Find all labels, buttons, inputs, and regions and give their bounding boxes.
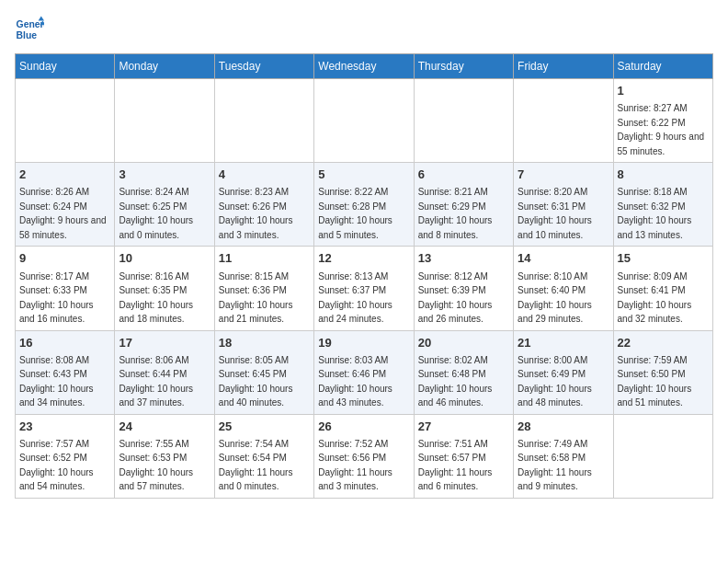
calendar-cell: 5Sunrise: 8:22 AM Sunset: 6:28 PM Daylig… (314, 163, 414, 247)
day-number: 22 (618, 335, 709, 351)
calendar-cell: 18Sunrise: 8:05 AM Sunset: 6:45 PM Dayli… (214, 330, 313, 414)
calendar-cell: 11Sunrise: 8:15 AM Sunset: 6:36 PM Dayli… (214, 247, 313, 330)
calendar-cell: 24Sunrise: 7:55 AM Sunset: 6:53 PM Dayli… (115, 414, 214, 498)
calendar-cell: 15Sunrise: 8:09 AM Sunset: 6:41 PM Dayli… (613, 247, 712, 330)
calendar-cell: 14Sunrise: 8:10 AM Sunset: 6:40 PM Dayli… (514, 247, 613, 330)
calendar-cell (414, 79, 513, 163)
day-info: Sunrise: 8:18 AM Sunset: 6:32 PM Dayligh… (618, 187, 692, 240)
calendar-cell: 26Sunrise: 7:52 AM Sunset: 6:56 PM Dayli… (314, 414, 414, 498)
day-number: 1 (618, 83, 709, 99)
day-info: Sunrise: 8:10 AM Sunset: 6:40 PM Dayligh… (518, 271, 592, 325)
day-info: Sunrise: 8:17 AM Sunset: 6:33 PM Dayligh… (19, 271, 94, 325)
logo-icon: General Blue (15, 15, 44, 44)
day-info: Sunrise: 8:26 AM Sunset: 6:24 PM Dayligh… (19, 187, 107, 240)
calendar-cell (514, 79, 613, 163)
day-info: Sunrise: 7:57 AM Sunset: 6:52 PM Dayligh… (19, 439, 94, 492)
day-number: 21 (518, 335, 609, 351)
day-info: Sunrise: 8:03 AM Sunset: 6:46 PM Dayligh… (318, 355, 392, 408)
day-number: 25 (219, 419, 310, 435)
col-header-sunday: Sunday (16, 54, 115, 79)
day-number: 6 (418, 167, 509, 183)
calendar-cell: 2Sunrise: 8:26 AM Sunset: 6:24 PM Daylig… (16, 163, 115, 247)
calendar-cell: 19Sunrise: 8:03 AM Sunset: 6:46 PM Dayli… (314, 330, 414, 414)
day-number: 24 (119, 419, 210, 435)
calendar-cell (115, 79, 214, 163)
calendar-cell: 22Sunrise: 7:59 AM Sunset: 6:50 PM Dayli… (613, 330, 712, 414)
day-number: 20 (418, 335, 509, 351)
svg-text:Blue: Blue (17, 30, 38, 40)
calendar-cell: 9Sunrise: 8:17 AM Sunset: 6:33 PM Daylig… (16, 247, 115, 330)
calendar-cell: 12Sunrise: 8:13 AM Sunset: 6:37 PM Dayli… (314, 247, 414, 330)
day-number: 26 (318, 419, 409, 435)
logo: General Blue (15, 15, 48, 44)
day-info: Sunrise: 8:13 AM Sunset: 6:37 PM Dayligh… (318, 271, 392, 325)
calendar-cell: 21Sunrise: 8:00 AM Sunset: 6:49 PM Dayli… (514, 330, 613, 414)
day-number: 8 (618, 167, 709, 183)
calendar-cell: 17Sunrise: 8:06 AM Sunset: 6:44 PM Dayli… (115, 330, 214, 414)
calendar-cell: 16Sunrise: 8:08 AM Sunset: 6:43 PM Dayli… (16, 330, 115, 414)
calendar-cell: 23Sunrise: 7:57 AM Sunset: 6:52 PM Dayli… (16, 414, 115, 498)
day-info: Sunrise: 8:27 AM Sunset: 6:22 PM Dayligh… (618, 103, 705, 156)
day-info: Sunrise: 7:59 AM Sunset: 6:50 PM Dayligh… (618, 355, 692, 408)
svg-marker-2 (39, 17, 44, 21)
day-number: 7 (518, 167, 609, 183)
calendar-cell (314, 79, 414, 163)
calendar-cell: 7Sunrise: 8:20 AM Sunset: 6:31 PM Daylig… (514, 163, 613, 247)
day-info: Sunrise: 8:05 AM Sunset: 6:45 PM Dayligh… (219, 355, 293, 408)
day-info: Sunrise: 8:02 AM Sunset: 6:48 PM Dayligh… (418, 355, 493, 408)
calendar-cell: 28Sunrise: 7:49 AM Sunset: 6:58 PM Dayli… (514, 414, 613, 498)
calendar-cell: 10Sunrise: 8:16 AM Sunset: 6:35 PM Dayli… (115, 247, 214, 330)
day-info: Sunrise: 8:06 AM Sunset: 6:44 PM Dayligh… (119, 355, 193, 408)
calendar-cell: 20Sunrise: 8:02 AM Sunset: 6:48 PM Dayli… (414, 330, 513, 414)
day-number: 4 (219, 167, 310, 183)
calendar-table: SundayMondayTuesdayWednesdayThursdayFrid… (15, 53, 713, 499)
day-number: 2 (19, 167, 110, 183)
day-info: Sunrise: 7:49 AM Sunset: 6:58 PM Dayligh… (518, 439, 592, 492)
day-info: Sunrise: 8:16 AM Sunset: 6:35 PM Dayligh… (119, 271, 193, 325)
day-number: 9 (19, 250, 110, 267)
col-header-friday: Friday (514, 54, 613, 79)
day-number: 11 (219, 250, 310, 267)
day-number: 19 (318, 335, 409, 351)
col-header-thursday: Thursday (414, 54, 513, 79)
day-info: Sunrise: 8:00 AM Sunset: 6:49 PM Dayligh… (518, 355, 592, 408)
calendar-cell: 6Sunrise: 8:21 AM Sunset: 6:29 PM Daylig… (414, 163, 513, 247)
day-info: Sunrise: 8:15 AM Sunset: 6:36 PM Dayligh… (219, 271, 293, 325)
day-number: 16 (19, 335, 110, 351)
day-info: Sunrise: 7:52 AM Sunset: 6:56 PM Dayligh… (318, 439, 392, 492)
day-info: Sunrise: 8:21 AM Sunset: 6:29 PM Dayligh… (418, 187, 493, 240)
calendar-cell: 8Sunrise: 8:18 AM Sunset: 6:32 PM Daylig… (613, 163, 712, 247)
day-number: 14 (518, 250, 609, 267)
day-info: Sunrise: 8:12 AM Sunset: 6:39 PM Dayligh… (418, 271, 493, 325)
calendar-cell (16, 79, 115, 163)
day-info: Sunrise: 8:23 AM Sunset: 6:26 PM Dayligh… (219, 187, 293, 240)
calendar-cell: 4Sunrise: 8:23 AM Sunset: 6:26 PM Daylig… (214, 163, 313, 247)
calendar-cell: 13Sunrise: 8:12 AM Sunset: 6:39 PM Dayli… (414, 247, 513, 330)
header: General Blue (15, 15, 713, 44)
calendar-cell: 1Sunrise: 8:27 AM Sunset: 6:22 PM Daylig… (613, 79, 712, 163)
col-header-wednesday: Wednesday (314, 54, 414, 79)
day-info: Sunrise: 8:20 AM Sunset: 6:31 PM Dayligh… (518, 187, 592, 240)
day-number: 28 (518, 419, 609, 435)
day-number: 27 (418, 419, 509, 435)
day-number: 3 (119, 167, 210, 183)
day-number: 15 (618, 250, 709, 267)
day-number: 17 (119, 335, 210, 351)
day-number: 5 (318, 167, 409, 183)
calendar-cell (214, 79, 313, 163)
day-info: Sunrise: 7:51 AM Sunset: 6:57 PM Dayligh… (418, 439, 493, 492)
day-number: 23 (19, 419, 110, 435)
calendar-cell: 3Sunrise: 8:24 AM Sunset: 6:25 PM Daylig… (115, 163, 214, 247)
day-info: Sunrise: 7:55 AM Sunset: 6:53 PM Dayligh… (119, 439, 193, 492)
col-header-monday: Monday (115, 54, 214, 79)
day-number: 12 (318, 250, 409, 267)
col-header-tuesday: Tuesday (214, 54, 313, 79)
day-number: 10 (119, 250, 210, 267)
day-info: Sunrise: 7:54 AM Sunset: 6:54 PM Dayligh… (219, 439, 293, 492)
calendar-cell (613, 414, 712, 498)
day-number: 18 (219, 335, 310, 351)
calendar-cell: 25Sunrise: 7:54 AM Sunset: 6:54 PM Dayli… (214, 414, 313, 498)
day-info: Sunrise: 8:08 AM Sunset: 6:43 PM Dayligh… (19, 355, 94, 408)
day-number: 13 (418, 250, 509, 267)
day-info: Sunrise: 8:22 AM Sunset: 6:28 PM Dayligh… (318, 187, 392, 240)
